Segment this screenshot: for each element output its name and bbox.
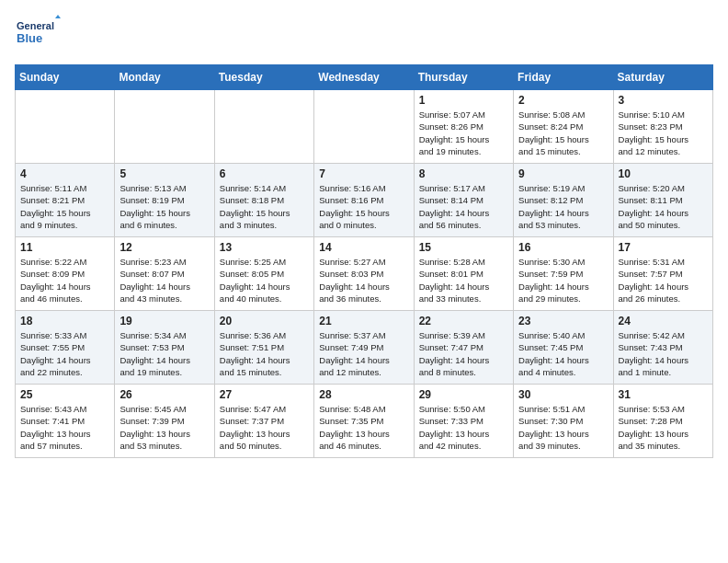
day-number: 3 <box>619 94 708 107</box>
weekday-header-monday: Monday <box>115 65 214 90</box>
day-number: 19 <box>119 315 209 327</box>
calendar-cell: 12Sunrise: 5:23 AM Sunset: 8:07 PM Dayli… <box>115 237 214 311</box>
day-number: 21 <box>319 315 408 327</box>
weekday-header-thursday: Thursday <box>414 65 513 90</box>
calendar-week-row: 18Sunrise: 5:33 AM Sunset: 7:55 PM Dayli… <box>16 311 713 385</box>
logo: General Blue <box>15 15 61 55</box>
day-info: Sunrise: 5:16 AM Sunset: 8:16 PM Dayligh… <box>319 182 408 231</box>
calendar-cell: 7Sunrise: 5:16 AM Sunset: 8:16 PM Daylig… <box>314 164 414 237</box>
day-number: 30 <box>518 388 608 401</box>
calendar-week-row: 4Sunrise: 5:11 AM Sunset: 8:21 PM Daylig… <box>16 164 713 237</box>
day-number: 13 <box>220 241 309 254</box>
calendar-cell: 26Sunrise: 5:45 AM Sunset: 7:39 PM Dayli… <box>115 385 214 458</box>
day-info: Sunrise: 5:43 AM Sunset: 7:41 PM Dayligh… <box>20 403 109 452</box>
calendar-cell: 9Sunrise: 5:19 AM Sunset: 8:12 PM Daylig… <box>514 164 613 237</box>
day-info: Sunrise: 5:34 AM Sunset: 7:53 PM Dayligh… <box>119 329 209 378</box>
day-info: Sunrise: 5:47 AM Sunset: 7:37 PM Dayligh… <box>220 403 309 452</box>
calendar-cell: 30Sunrise: 5:51 AM Sunset: 7:30 PM Dayli… <box>514 385 613 458</box>
day-info: Sunrise: 5:17 AM Sunset: 8:14 PM Dayligh… <box>419 182 508 231</box>
calendar-cell: 21Sunrise: 5:37 AM Sunset: 7:49 PM Dayli… <box>314 311 414 385</box>
day-info: Sunrise: 5:19 AM Sunset: 8:12 PM Dayligh… <box>518 182 608 231</box>
day-number: 15 <box>419 241 508 254</box>
calendar-cell: 17Sunrise: 5:31 AM Sunset: 7:57 PM Dayli… <box>613 237 712 311</box>
calendar-cell: 29Sunrise: 5:50 AM Sunset: 7:33 PM Dayli… <box>414 385 513 458</box>
day-number: 5 <box>119 167 209 180</box>
day-number: 28 <box>319 388 408 401</box>
calendar-cell: 10Sunrise: 5:20 AM Sunset: 8:11 PM Dayli… <box>613 164 712 237</box>
day-info: Sunrise: 5:22 AM Sunset: 8:09 PM Dayligh… <box>20 256 109 304</box>
day-number: 1 <box>419 94 508 107</box>
day-number: 26 <box>119 388 209 401</box>
weekday-header-wednesday: Wednesday <box>314 65 414 90</box>
day-number: 12 <box>119 241 209 254</box>
day-number: 17 <box>619 241 708 254</box>
day-number: 23 <box>518 315 608 327</box>
weekday-header-tuesday: Tuesday <box>214 65 313 90</box>
calendar-cell: 25Sunrise: 5:43 AM Sunset: 7:41 PM Dayli… <box>16 385 115 458</box>
svg-text:Blue: Blue <box>17 31 42 45</box>
calendar-cell: 16Sunrise: 5:30 AM Sunset: 7:59 PM Dayli… <box>514 237 613 311</box>
day-info: Sunrise: 5:42 AM Sunset: 7:43 PM Dayligh… <box>619 329 708 378</box>
calendar-week-row: 1Sunrise: 5:07 AM Sunset: 8:26 PM Daylig… <box>16 90 713 164</box>
calendar-cell: 22Sunrise: 5:39 AM Sunset: 7:47 PM Dayli… <box>414 311 513 385</box>
calendar-week-row: 25Sunrise: 5:43 AM Sunset: 7:41 PM Dayli… <box>16 385 713 458</box>
day-info: Sunrise: 5:51 AM Sunset: 7:30 PM Dayligh… <box>518 403 608 452</box>
calendar-cell <box>214 90 313 164</box>
calendar-week-row: 11Sunrise: 5:22 AM Sunset: 8:09 PM Dayli… <box>16 237 713 311</box>
day-number: 24 <box>619 315 708 327</box>
day-number: 4 <box>20 167 109 180</box>
day-info: Sunrise: 5:30 AM Sunset: 7:59 PM Dayligh… <box>518 256 608 304</box>
weekday-header-saturday: Saturday <box>613 65 712 90</box>
calendar-cell: 2Sunrise: 5:08 AM Sunset: 8:24 PM Daylig… <box>514 90 613 164</box>
calendar-cell: 31Sunrise: 5:53 AM Sunset: 7:28 PM Dayli… <box>613 385 712 458</box>
day-number: 20 <box>220 315 309 327</box>
day-info: Sunrise: 5:45 AM Sunset: 7:39 PM Dayligh… <box>119 403 209 452</box>
logo-svg: General Blue <box>15 15 61 55</box>
weekday-header-sunday: Sunday <box>16 65 115 90</box>
day-info: Sunrise: 5:28 AM Sunset: 8:01 PM Dayligh… <box>419 256 508 304</box>
day-number: 27 <box>220 388 309 401</box>
calendar-cell: 28Sunrise: 5:48 AM Sunset: 7:35 PM Dayli… <box>314 385 414 458</box>
calendar-cell: 3Sunrise: 5:10 AM Sunset: 8:23 PM Daylig… <box>613 90 712 164</box>
calendar-cell: 4Sunrise: 5:11 AM Sunset: 8:21 PM Daylig… <box>16 164 115 237</box>
calendar-cell: 13Sunrise: 5:25 AM Sunset: 8:05 PM Dayli… <box>214 237 313 311</box>
day-info: Sunrise: 5:13 AM Sunset: 8:19 PM Dayligh… <box>119 182 209 231</box>
page-header: General Blue <box>15 15 713 55</box>
day-info: Sunrise: 5:11 AM Sunset: 8:21 PM Dayligh… <box>20 182 109 231</box>
calendar-cell: 23Sunrise: 5:40 AM Sunset: 7:45 PM Dayli… <box>514 311 613 385</box>
day-number: 25 <box>20 388 109 401</box>
calendar-cell: 11Sunrise: 5:22 AM Sunset: 8:09 PM Dayli… <box>16 237 115 311</box>
calendar-cell: 8Sunrise: 5:17 AM Sunset: 8:14 PM Daylig… <box>414 164 513 237</box>
day-info: Sunrise: 5:33 AM Sunset: 7:55 PM Dayligh… <box>20 329 109 378</box>
day-info: Sunrise: 5:31 AM Sunset: 7:57 PM Dayligh… <box>619 256 708 304</box>
day-info: Sunrise: 5:48 AM Sunset: 7:35 PM Dayligh… <box>319 403 408 452</box>
weekday-header-friday: Friday <box>514 65 613 90</box>
calendar-cell <box>115 90 214 164</box>
day-info: Sunrise: 5:27 AM Sunset: 8:03 PM Dayligh… <box>319 256 408 304</box>
day-info: Sunrise: 5:23 AM Sunset: 8:07 PM Dayligh… <box>119 256 209 304</box>
day-info: Sunrise: 5:39 AM Sunset: 7:47 PM Dayligh… <box>419 329 508 378</box>
calendar-cell: 27Sunrise: 5:47 AM Sunset: 7:37 PM Dayli… <box>214 385 313 458</box>
day-number: 31 <box>619 388 708 401</box>
day-number: 14 <box>319 241 408 254</box>
calendar-cell: 15Sunrise: 5:28 AM Sunset: 8:01 PM Dayli… <box>414 237 513 311</box>
calendar-cell: 6Sunrise: 5:14 AM Sunset: 8:18 PM Daylig… <box>214 164 313 237</box>
day-number: 7 <box>319 167 408 180</box>
calendar-cell: 14Sunrise: 5:27 AM Sunset: 8:03 PM Dayli… <box>314 237 414 311</box>
day-number: 11 <box>20 241 109 254</box>
day-info: Sunrise: 5:07 AM Sunset: 8:26 PM Dayligh… <box>419 109 508 157</box>
calendar-table: SundayMondayTuesdayWednesdayThursdayFrid… <box>15 64 713 458</box>
calendar-cell <box>16 90 115 164</box>
svg-text:General: General <box>17 20 54 31</box>
day-info: Sunrise: 5:40 AM Sunset: 7:45 PM Dayligh… <box>518 329 608 378</box>
day-number: 6 <box>220 167 309 180</box>
calendar-cell: 1Sunrise: 5:07 AM Sunset: 8:26 PM Daylig… <box>414 90 513 164</box>
day-number: 29 <box>419 388 508 401</box>
day-number: 22 <box>419 315 508 327</box>
day-info: Sunrise: 5:10 AM Sunset: 8:23 PM Dayligh… <box>619 109 708 157</box>
calendar-cell: 18Sunrise: 5:33 AM Sunset: 7:55 PM Dayli… <box>16 311 115 385</box>
day-number: 8 <box>419 167 508 180</box>
calendar-cell: 20Sunrise: 5:36 AM Sunset: 7:51 PM Dayli… <box>214 311 313 385</box>
day-number: 2 <box>518 94 608 107</box>
day-info: Sunrise: 5:53 AM Sunset: 7:28 PM Dayligh… <box>619 403 708 452</box>
